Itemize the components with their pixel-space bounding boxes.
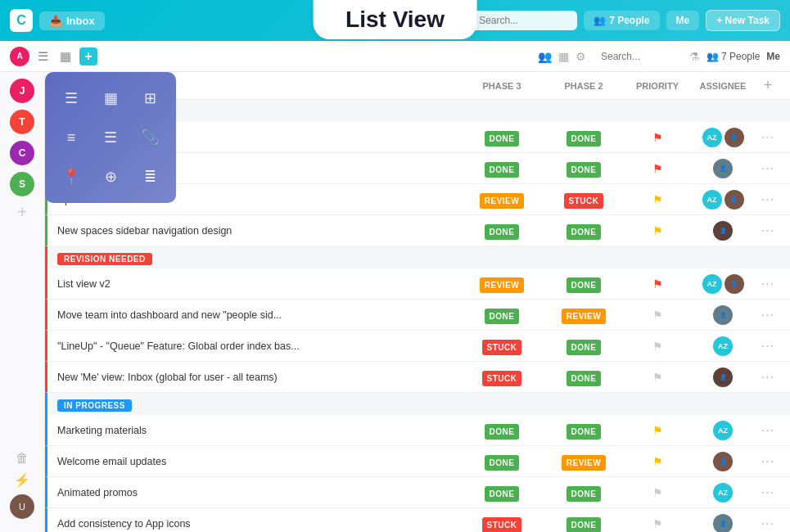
task-name: New 'Me' view: Inbox (global for user - … [57, 372, 461, 383]
sidebar-avatar-t[interactable]: T [10, 110, 34, 134]
phase2-badge[interactable]: DONE [567, 517, 602, 533]
grid-icon-btn[interactable]: ▦ [56, 47, 74, 65]
phase2-badge[interactable]: DONE [567, 224, 602, 240]
phase3-badge[interactable]: DONE [485, 424, 520, 440]
assignee-cell: AZ👤 [690, 190, 756, 210]
phase2-badge[interactable]: DONE [567, 424, 602, 440]
flag-icon: ⚑ [652, 517, 663, 530]
assignee-avatar: AZ [702, 190, 722, 210]
add-column-button[interactable]: + [764, 77, 773, 94]
more-options-button[interactable]: ··· [756, 223, 780, 238]
people-badge-icon: 👥 [706, 51, 719, 62]
phase3-badge[interactable]: DONE [485, 309, 520, 324]
task-name: Add consistency to App icons [57, 518, 461, 530]
phase3-badge[interactable]: STUCK [482, 371, 522, 386]
title-banner: List View [313, 0, 477, 39]
sidebar-bottom: 🗑 ⚡ U [10, 451, 34, 525]
toolbar-grid-icon[interactable]: ▦ [558, 50, 569, 63]
logo-icon[interactable]: C [10, 9, 33, 32]
phase2-badge[interactable]: DONE [567, 162, 602, 178]
popup-kanban-icon[interactable]: ▦ [94, 82, 127, 115]
more-options-button[interactable]: ··· [756, 161, 780, 176]
phase3-badge[interactable]: DONE [485, 162, 520, 178]
popup-doc-icon[interactable]: ☰ [94, 121, 127, 154]
search-input[interactable] [471, 11, 577, 30]
flag-icon: ⚑ [652, 131, 663, 144]
people-badge-button[interactable]: 👥 7 People [706, 51, 760, 62]
more-options-button[interactable]: ··· [756, 485, 780, 500]
table-row[interactable]: New 'Me' view: Inbox (global for user - … [45, 362, 790, 393]
filter-icon[interactable]: ⚗ [689, 50, 700, 63]
me-button[interactable]: Me [666, 11, 700, 30]
inbox-button[interactable]: 📥 Inbox [39, 11, 105, 30]
popup-list-icon[interactable]: ☰ [55, 82, 88, 115]
more-options-button[interactable]: ··· [756, 516, 780, 531]
task-name: Animated promos [57, 487, 461, 498]
me-toolbar-button[interactable]: Me [766, 51, 780, 62]
more-options-button[interactable]: ··· [756, 308, 780, 322]
phase3-badge[interactable]: STUCK [482, 517, 522, 533]
phase3-badge[interactable]: REVIEW [480, 193, 524, 209]
phase3-badge[interactable]: DONE [485, 455, 520, 471]
sidebar-add-button[interactable]: + [17, 203, 27, 222]
table-row[interactable]: "LineUp" - "Queue" Feature: Global order… [45, 331, 790, 362]
popup-map-icon[interactable]: 📍 [55, 160, 88, 193]
phase2-badge[interactable]: DONE [567, 486, 602, 502]
phase3-badge[interactable]: DONE [485, 486, 520, 502]
more-options-button[interactable]: ··· [756, 339, 780, 354]
table-row[interactable]: New spaces sidebar navigation designDONE… [45, 215, 790, 246]
phase2-badge[interactable]: REVIEW [562, 455, 606, 471]
sidebar-trash-icon[interactable]: 🗑 [16, 451, 29, 466]
phase2-badge[interactable]: DONE [567, 340, 602, 355]
inbox-icon: 📥 [49, 15, 62, 27]
assignee-cell: AZ [690, 483, 756, 503]
sidebar-avatar-c[interactable]: C [10, 141, 34, 165]
phase2-badge[interactable]: DONE [567, 371, 602, 386]
sidebar-bolt-icon[interactable]: ⚡ [14, 472, 30, 488]
phase2-badge[interactable]: STUCK [564, 193, 604, 209]
phase2-badge[interactable]: DONE [567, 131, 602, 147]
people-button[interactable]: 👥 7 People [584, 11, 659, 30]
toolbar-add-button[interactable]: + [79, 47, 97, 65]
table-row[interactable]: Move team into dashboard and new "people… [45, 300, 790, 331]
flag-icon: ⚑ [652, 309, 663, 322]
phase3-badge[interactable]: STUCK [482, 340, 522, 355]
table-row[interactable]: List view v2REVIEWDONE⚑AZ👤··· [45, 268, 790, 300]
toolbar-people-icon[interactable]: 👥 [538, 50, 552, 63]
sidebar-avatar-s[interactable]: S [10, 172, 34, 196]
phase2-badge[interactable]: REVIEW [562, 309, 606, 324]
toolbar-search-input[interactable] [593, 47, 683, 66]
sidebar-user-avatar[interactable]: U [10, 494, 34, 519]
new-task-button[interactable]: + New Task [706, 10, 780, 31]
more-options-button[interactable]: ··· [756, 277, 780, 291]
more-options-button[interactable]: ··· [756, 370, 780, 385]
popup-rows-icon[interactable]: ≡ [55, 121, 88, 154]
assignee-photo-avatar: 👤 [713, 305, 733, 325]
phase3-badge[interactable]: DONE [485, 224, 520, 240]
sidebar-avatar-j[interactable]: J [10, 79, 34, 103]
flag-icon: ⚑ [652, 455, 663, 468]
priority-cell: ⚑ [625, 516, 690, 531]
toolbar-settings-icon[interactable]: ⚙ [576, 50, 586, 63]
list-icon-btn[interactable]: ☰ [34, 47, 52, 65]
table-row[interactable]: Add consistency to App iconsSTUCKDONE⚑👤·… [45, 508, 790, 532]
popup-attach-icon[interactable]: 📎 [133, 121, 166, 154]
table-row[interactable]: Marketing materialsDONEDONE⚑AZ··· [45, 415, 790, 446]
more-options-button[interactable]: ··· [756, 192, 780, 207]
popup-grid-icon[interactable]: ⊞ [133, 82, 166, 115]
priority-cell: ⚑ [625, 161, 690, 176]
table-row[interactable]: Animated promosDONEDONE⚑AZ··· [45, 477, 790, 508]
popup-table-icon[interactable]: ≣ [133, 160, 166, 193]
priority-cell: ⚑ [625, 339, 690, 354]
phase3-badge[interactable]: REVIEW [480, 277, 524, 293]
assignee-photo-avatar: 👤 [713, 221, 733, 241]
more-options-button[interactable]: ··· [756, 454, 780, 469]
phase2-badge[interactable]: DONE [567, 277, 602, 293]
popup-chart-icon[interactable]: ⊕ [94, 160, 127, 193]
more-options-button[interactable]: ··· [756, 130, 780, 145]
more-options-button[interactable]: ··· [756, 423, 780, 438]
phase2-column-header: PHASE 2 [543, 81, 625, 91]
table-row[interactable]: Welcome email updatesDONEREVIEW⚑👤··· [45, 446, 790, 477]
priority-cell: ⚑ [625, 223, 690, 238]
phase3-badge[interactable]: DONE [485, 131, 520, 147]
